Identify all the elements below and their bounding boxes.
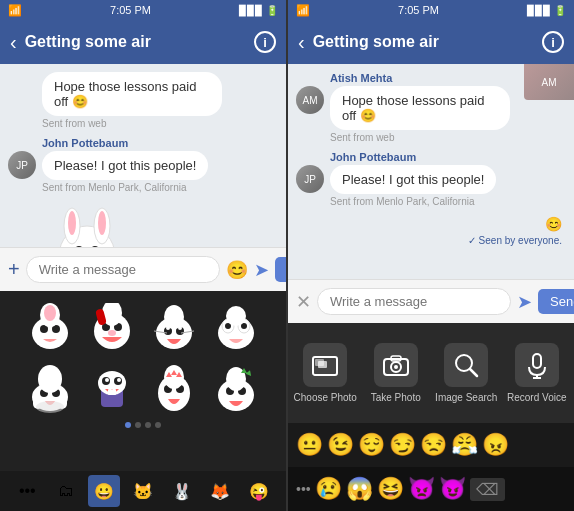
- sticker-item-7[interactable]: [145, 361, 203, 419]
- left-input-bar: + 😊 ➤ Send: [0, 247, 286, 291]
- sticker-item-4[interactable]: [207, 299, 265, 357]
- left-avatar-img-1: JP: [8, 151, 36, 179]
- sticker-item-3[interactable]: [145, 299, 203, 357]
- right-input-bar: ✕ ➤ Send: [288, 279, 574, 323]
- choose-photo-icon: [303, 343, 347, 387]
- right-chat-area: AM Atish Mehta AM Hope those lessons pai…: [288, 64, 574, 279]
- right-choose-photo[interactable]: Choose Photo: [294, 343, 357, 403]
- left-msg2-sender: John Pottebaum: [42, 137, 278, 149]
- right-msg2-text: Please! I got this people!: [342, 172, 484, 187]
- emoji-smirk[interactable]: 😏: [389, 432, 416, 458]
- left-nav-fox[interactable]: 🦊: [204, 475, 236, 507]
- left-send-arrow[interactable]: ➤: [254, 259, 269, 281]
- svg-point-47: [36, 401, 64, 413]
- right-seen-emoji: 😊: [545, 216, 562, 232]
- left-chat-area: Hope those lessons paid off 😊 Sent from …: [0, 64, 286, 247]
- emoji-frustrated[interactable]: 😤: [451, 432, 478, 458]
- left-send-button[interactable]: Send: [275, 257, 287, 282]
- emoji-relieved[interactable]: 😌: [358, 432, 385, 458]
- right-nav-dots[interactable]: •••: [296, 481, 311, 497]
- left-nav-dots[interactable]: •••: [11, 475, 43, 507]
- left-status-right: ▉▉▉ 🔋: [239, 5, 278, 16]
- sticker-item-1[interactable]: [21, 299, 79, 357]
- right-msg2-sender: John Pottebaum: [330, 151, 566, 163]
- right-avatar-img-1: AM: [296, 86, 324, 114]
- left-bubble-1: Hope those lessons paid off 😊: [42, 72, 222, 116]
- image-search-icon: [444, 343, 488, 387]
- left-plus-button[interactable]: +: [8, 258, 20, 281]
- svg-rect-78: [533, 354, 541, 368]
- right-info-button[interactable]: i: [542, 31, 564, 53]
- record-voice-label: Record Voice: [507, 392, 566, 403]
- emoji-laugh[interactable]: 😆: [377, 476, 404, 502]
- right-image-search[interactable]: Image Search: [435, 343, 497, 403]
- right-cross-button[interactable]: ✕: [296, 291, 311, 313]
- emoji-angry[interactable]: 😠: [482, 432, 509, 458]
- left-status-bar: 📶 7:05 PM ▉▉▉ 🔋: [0, 0, 286, 20]
- right-send-arrow[interactable]: ➤: [517, 291, 532, 313]
- left-nav-emoji[interactable]: 😀: [88, 475, 120, 507]
- svg-rect-55: [112, 389, 116, 395]
- left-sticker-nav: ••• 🗂 😀 🐱 🐰 🦊 😜: [0, 471, 286, 511]
- left-message-2: John Pottebaum JP Please! I got this peo…: [8, 137, 278, 193]
- left-message-input[interactable]: [26, 256, 220, 283]
- right-attachment-panel: Choose Photo Take Photo Image Search: [288, 323, 574, 423]
- right-seen-label: ✓ Seen by everyone.: [296, 235, 562, 246]
- svg-rect-71: [318, 361, 327, 368]
- svg-point-52: [105, 378, 109, 382]
- left-nav-cat[interactable]: 🐱: [127, 475, 159, 507]
- right-avatar-strip: AM: [524, 64, 574, 100]
- right-bubble-1: Hope those lessons paid off 😊: [330, 86, 510, 130]
- right-back-button[interactable]: ‹: [298, 31, 305, 54]
- take-photo-icon: [374, 343, 418, 387]
- right-bubble-2: Please! I got this people!: [330, 165, 496, 194]
- right-top-avatar: AM: [524, 64, 574, 100]
- right-msg2-row: JP Please! I got this people!: [296, 165, 566, 194]
- emoji-wink[interactable]: 😉: [327, 432, 354, 458]
- right-record-voice[interactable]: Record Voice: [507, 343, 566, 403]
- sticker-item-2[interactable]: [83, 299, 141, 357]
- emoji-unamused[interactable]: 😒: [420, 432, 447, 458]
- emoji-smiling-devil[interactable]: 😈: [439, 476, 466, 502]
- right-message-input[interactable]: [317, 288, 511, 315]
- right-send-button[interactable]: Send: [538, 289, 574, 314]
- image-search-label: Image Search: [435, 392, 497, 403]
- right-seen-area: 😊 ✓ Seen by everyone.: [296, 215, 566, 246]
- emoji-cry[interactable]: 😢: [315, 476, 342, 502]
- sticker-item-5[interactable]: [21, 361, 79, 419]
- right-signal-icon: ▉▉▉: [527, 5, 551, 16]
- right-status-time: 7:05 PM: [398, 4, 439, 16]
- left-msg1-sub: Sent from web: [42, 118, 278, 129]
- sticker-item-6[interactable]: [83, 361, 141, 419]
- right-take-photo[interactable]: Take Photo: [371, 343, 421, 403]
- emoji-neutral[interactable]: 😐: [296, 432, 323, 458]
- svg-point-40: [226, 306, 246, 326]
- left-nav-bunny[interactable]: 🐰: [166, 475, 198, 507]
- svg-point-30: [164, 305, 184, 329]
- svg-point-44: [38, 365, 62, 393]
- left-nav-stickers[interactable]: 🗂: [50, 475, 82, 507]
- dot-1: [125, 422, 131, 428]
- svg-line-77: [470, 369, 477, 376]
- svg-rect-54: [108, 389, 112, 395]
- left-info-button[interactable]: i: [254, 31, 276, 53]
- dot-4: [155, 422, 161, 428]
- dot-2: [135, 422, 141, 428]
- take-photo-label: Take Photo: [371, 392, 421, 403]
- emoji-devil[interactable]: 👿: [408, 476, 435, 502]
- emoji-scream[interactable]: 😱: [346, 476, 373, 502]
- left-back-button[interactable]: ‹: [10, 31, 17, 54]
- right-msg1-text: Hope those lessons paid off 😊: [342, 93, 484, 123]
- left-nav-wink[interactable]: 😜: [243, 475, 275, 507]
- left-msg2-row: JP Please! I got this people!: [8, 151, 278, 180]
- right-status-right: ▉▉▉ 🔋: [527, 5, 566, 16]
- svg-point-33: [166, 326, 170, 330]
- right-avatar-2: JP: [296, 165, 324, 193]
- svg-point-74: [394, 365, 398, 369]
- right-emoji-row-2: ••• 😢 😱 😆 👿 😈 ⌫: [288, 467, 574, 511]
- right-emoji-row-1: 😐 😉 😌 😏 😒 😤 😠: [288, 423, 574, 467]
- right-status-bar: 📶 7:05 PM ▉▉▉ 🔋: [288, 0, 574, 20]
- sticker-item-8[interactable]: [207, 361, 265, 419]
- left-emoji-button[interactable]: 😊: [226, 259, 248, 281]
- backspace-button[interactable]: ⌫: [470, 478, 505, 501]
